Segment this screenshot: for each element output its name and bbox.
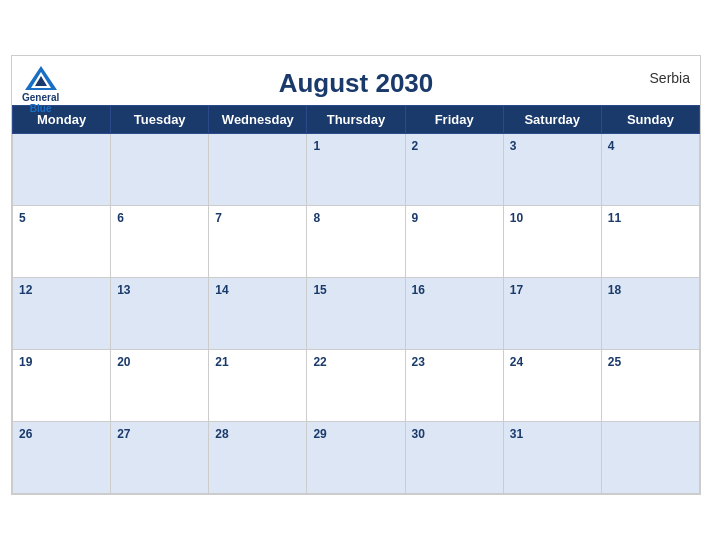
calendar-cell: 24: [503, 350, 601, 422]
calendar-cell: 1: [307, 134, 405, 206]
calendar-cell: 14: [209, 278, 307, 350]
calendar-cell: 12: [13, 278, 111, 350]
day-number: 3: [510, 139, 517, 153]
day-number: 6: [117, 211, 124, 225]
calendar-cell: 6: [111, 206, 209, 278]
day-number: 26: [19, 427, 32, 441]
calendar-week-row: 19202122232425: [13, 350, 700, 422]
day-number: 15: [313, 283, 326, 297]
day-number: 30: [412, 427, 425, 441]
calendar-cell: 29: [307, 422, 405, 494]
day-number: 5: [19, 211, 26, 225]
calendar-cell: 20: [111, 350, 209, 422]
day-number: 27: [117, 427, 130, 441]
day-number: 10: [510, 211, 523, 225]
calendar-cell: 17: [503, 278, 601, 350]
calendar-cell: 9: [405, 206, 503, 278]
logo: General Blue: [22, 64, 59, 114]
calendar-week-row: 1234: [13, 134, 700, 206]
calendar-cell: 15: [307, 278, 405, 350]
day-number: 9: [412, 211, 419, 225]
day-number: 17: [510, 283, 523, 297]
calendar-week-row: 262728293031: [13, 422, 700, 494]
calendar-cell: 25: [601, 350, 699, 422]
calendar-cell: 18: [601, 278, 699, 350]
day-number: 22: [313, 355, 326, 369]
logo-general: General: [22, 92, 59, 103]
weekday-header-row: Monday Tuesday Wednesday Thursday Friday…: [13, 106, 700, 134]
day-number: 18: [608, 283, 621, 297]
calendar-cell: 7: [209, 206, 307, 278]
calendar-week-row: 567891011: [13, 206, 700, 278]
day-number: 31: [510, 427, 523, 441]
day-number: 13: [117, 283, 130, 297]
calendar-cell: 3: [503, 134, 601, 206]
day-number: 24: [510, 355, 523, 369]
calendar-cell: [601, 422, 699, 494]
calendar-cell: 8: [307, 206, 405, 278]
calendar-cell: [209, 134, 307, 206]
day-number: 14: [215, 283, 228, 297]
calendar-week-row: 12131415161718: [13, 278, 700, 350]
calendar-cell: [13, 134, 111, 206]
day-number: 1: [313, 139, 320, 153]
calendar: General Blue August 2030 Serbia Monday T…: [11, 55, 701, 495]
calendar-cell: 21: [209, 350, 307, 422]
calendar-cell: 19: [13, 350, 111, 422]
day-number: 4: [608, 139, 615, 153]
country-label: Serbia: [650, 70, 690, 86]
day-number: 16: [412, 283, 425, 297]
calendar-cell: 2: [405, 134, 503, 206]
day-number: 2: [412, 139, 419, 153]
day-number: 12: [19, 283, 32, 297]
day-number: 20: [117, 355, 130, 369]
calendar-cell: 23: [405, 350, 503, 422]
day-number: 7: [215, 211, 222, 225]
calendar-cell: 16: [405, 278, 503, 350]
calendar-cell: 4: [601, 134, 699, 206]
calendar-cell: 11: [601, 206, 699, 278]
day-number: 23: [412, 355, 425, 369]
col-saturday: Saturday: [503, 106, 601, 134]
calendar-cell: 10: [503, 206, 601, 278]
calendar-cell: 27: [111, 422, 209, 494]
calendar-cell: 22: [307, 350, 405, 422]
col-tuesday: Tuesday: [111, 106, 209, 134]
calendar-cell: 30: [405, 422, 503, 494]
logo-blue: Blue: [30, 103, 52, 114]
day-number: 19: [19, 355, 32, 369]
calendar-table: Monday Tuesday Wednesday Thursday Friday…: [12, 105, 700, 494]
calendar-cell: 31: [503, 422, 601, 494]
day-number: 11: [608, 211, 621, 225]
calendar-cell: [111, 134, 209, 206]
calendar-header: General Blue August 2030 Serbia: [12, 56, 700, 105]
col-wednesday: Wednesday: [209, 106, 307, 134]
day-number: 25: [608, 355, 621, 369]
day-number: 29: [313, 427, 326, 441]
day-number: 28: [215, 427, 228, 441]
calendar-title: August 2030: [32, 68, 680, 99]
col-thursday: Thursday: [307, 106, 405, 134]
calendar-cell: 13: [111, 278, 209, 350]
col-friday: Friday: [405, 106, 503, 134]
calendar-body: 1234567891011121314151617181920212223242…: [13, 134, 700, 494]
day-number: 21: [215, 355, 228, 369]
calendar-cell: 28: [209, 422, 307, 494]
calendar-cell: 26: [13, 422, 111, 494]
logo-icon: [23, 64, 59, 92]
calendar-cell: 5: [13, 206, 111, 278]
day-number: 8: [313, 211, 320, 225]
col-sunday: Sunday: [601, 106, 699, 134]
